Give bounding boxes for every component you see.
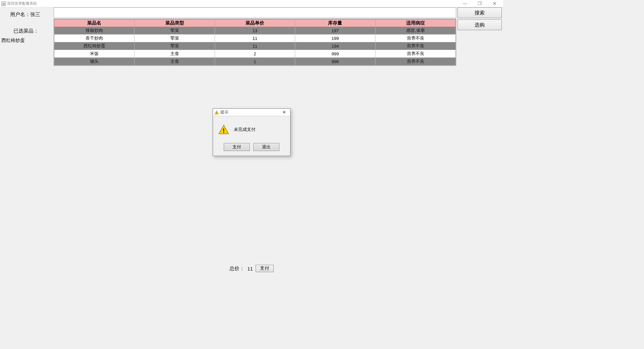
user-label: 用户名： [10,11,30,17]
table-row[interactable]: 西红柿炒蛋 荤菜 11 194 营养不良 [54,42,456,50]
cell: 感冒,体寒 [375,27,455,35]
cell: 1 [215,58,295,65]
alert-dialog: ! 提示 ✕ ! 未完成支付 支付 退出 [213,108,290,156]
cell: 辣椒炒肉 [54,27,135,35]
cell: 荤菜 [135,27,215,35]
dialog-message: 未完成支付 [234,127,256,133]
dialog-pay-button[interactable]: 支付 [224,143,250,151]
dialog-title: 提示 [220,109,228,115]
cell: 营养不良 [375,35,455,42]
pay-button[interactable]: 支付 [256,265,274,272]
cell: 11 [215,42,295,50]
cell: 主食 [135,50,215,58]
cell: 西红柿炒蛋 [54,42,135,50]
svg-text:!: ! [223,128,225,134]
cell: 米饭 [54,50,135,58]
col-type[interactable]: 菜品类型 [135,19,215,27]
search-button[interactable]: 搜索 [458,7,502,18]
cell: 主食 [135,58,215,65]
window-minimize-button[interactable]: — [458,0,472,7]
table-row[interactable]: 辣椒炒肉 荤菜 13 197 感冒,体寒 [54,27,456,35]
sidebar: 用户名：张三 已选菜品： 西红柿炒蛋 [0,7,54,264]
cell: 999 [295,50,375,58]
dialog-titlebar[interactable]: ! 提示 ✕ [213,109,290,116]
warning-icon: ! [218,124,229,135]
svg-text:!: ! [216,112,217,114]
col-name[interactable]: 菜品名 [54,19,135,27]
cell: 营养不良 [375,50,455,58]
total-value: 11 [247,266,253,271]
cell: 194 [295,42,375,50]
cell: 营养不良 [375,42,455,50]
selected-dish-item[interactable]: 西红柿炒蛋 [0,36,54,45]
user-row: 用户名：张三 [0,9,54,22]
table-row[interactable]: 香干炒肉 荤菜 11 199 营养不良 [54,35,456,42]
cell: 199 [295,35,375,42]
col-price[interactable]: 菜品单价 [215,19,295,27]
select-button[interactable]: 选购 [458,19,502,30]
cell: 11 [215,35,295,42]
dialog-close-button[interactable]: ✕ [279,109,289,116]
dishes-table-wrap: 菜品名 菜品类型 菜品单价 库存量 适用病症 辣椒炒肉 荤菜 1 [54,19,456,66]
cell: 香干炒肉 [54,35,135,42]
footer: 总价： 11 支付 [0,264,503,272]
table-row[interactable]: 馒头 主食 1 996 营养不良 [54,58,456,65]
window-titlebar: ≡ 医院营养配餐系统 — ❐ ✕ [0,0,503,7]
cell: 996 [295,58,375,65]
cell: 馒头 [54,58,135,65]
col-stock[interactable]: 库存量 [295,19,375,27]
java-app-icon: ≡ [1,1,6,6]
selected-dishes-label: 已选菜品： [0,22,54,36]
window-close-button[interactable]: ✕ [487,0,502,7]
col-disease[interactable]: 适用病症 [375,19,455,27]
window-title: 医院营养配餐系统 [7,1,37,6]
cell: 13 [215,27,295,35]
cell: 197 [295,27,375,35]
total-label: 总价： [229,265,245,272]
cell: 2 [215,50,295,58]
user-name: 张三 [30,11,40,17]
table-header-row: 菜品名 菜品类型 菜品单价 库存量 适用病症 [54,19,456,27]
cell: 荤菜 [135,35,215,42]
search-input[interactable] [54,7,456,18]
window-maximize-button[interactable]: ❐ [472,0,487,7]
dishes-table[interactable]: 菜品名 菜品类型 菜品单价 库存量 适用病症 辣椒炒肉 荤菜 1 [54,19,456,65]
warning-icon: ! [214,110,219,115]
cell: 荤菜 [135,42,215,50]
table-row[interactable]: 米饭 主食 2 999 营养不良 [54,50,456,58]
cell: 营养不良 [375,58,455,65]
dialog-exit-button[interactable]: 退出 [253,143,279,151]
